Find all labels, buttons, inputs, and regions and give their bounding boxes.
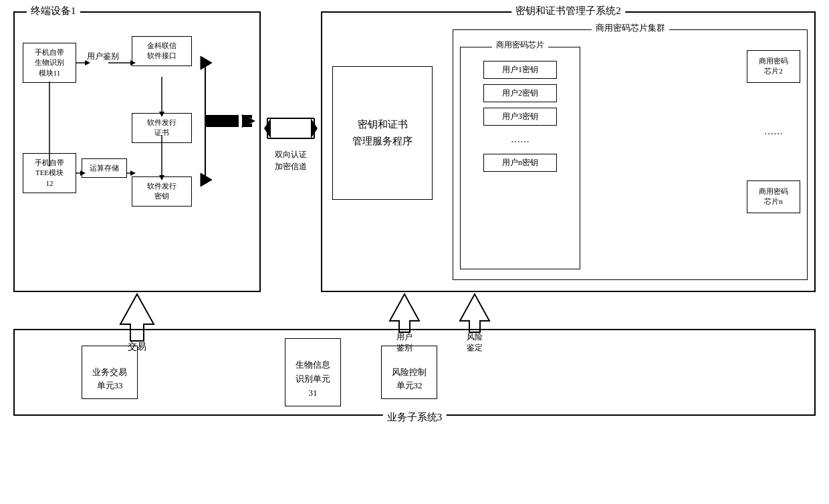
risk-unit-box: 风险控制 单元32: [381, 346, 437, 399]
chip2-box: 商用密码 芯片2: [747, 50, 800, 83]
terminal-diagram: 手机自带 生物识别 模块11 手机自带 TEE模块 12 用户鉴别 金科联信 软…: [15, 13, 259, 291]
key-mgmt-box: 密钥和证书管理子系统2 密钥和证书 管理服务程序 商用密码芯片集群 商用密码芯片…: [321, 11, 816, 292]
channel-label: 双向认证 加密信道: [264, 112, 318, 172]
svg-marker-26: [390, 294, 419, 332]
compute-storage: 运算存储: [82, 158, 127, 178]
main-container: 终端设备1 手机自带 生物识别 模块11 手机自带 TEE模块 12 用户鉴别 …: [13, 11, 816, 493]
phone-bio-module: 手机自带 生物识别 模块11: [23, 43, 76, 83]
key-mgmt-title: 密钥和证书管理子系统2: [511, 5, 625, 17]
business-subsystem-box: 业务子系统3 业务交易 单元33 生物信息 识别单元 31 风险控制 单元32: [13, 329, 816, 416]
user-auth-arrow-svg: [384, 291, 425, 334]
software-key: 软件发行 密钥: [132, 176, 192, 207]
chip-cluster-title: 商用密码芯片集群: [592, 22, 669, 34]
chip-main-title: 商用密码芯片: [492, 39, 548, 51]
user-id-label: 用户鉴别: [87, 51, 119, 62]
svg-marker-14: [201, 173, 212, 186]
ellipsis2: ……: [764, 123, 783, 140]
usern-key: 用户n密钥: [483, 154, 557, 172]
risk-assess-arrow-svg: [455, 291, 495, 334]
svg-marker-13: [201, 56, 212, 70]
chip-main-box: 商用密码芯片 用户1密钥 用户2密钥 用户3密钥 …… 用户n密钥: [460, 47, 580, 269]
bidir-channel-arrow: [264, 112, 318, 145]
key-items-list: 用户1密钥 用户2密钥 用户3密钥 …… 用户n密钥: [461, 47, 580, 172]
service-program-box: 密钥和证书 管理服务程序: [332, 66, 433, 200]
channel-text-line2: 加密信道: [264, 160, 318, 172]
bio-unit-box: 生物信息 识别单元 31: [285, 338, 341, 406]
bottom-section: 业务子系统3 业务交易 单元33 生物信息 识别单元 31 风险控制 单元32: [13, 329, 816, 416]
svg-marker-18: [242, 114, 255, 128]
chip-cluster-box: 商用密码芯片集群 商用密码芯片 用户1密钥 用户2密钥 用户3密钥 …… 用户n…: [453, 29, 808, 280]
business-subsystem-title: 业务子系统3: [383, 411, 447, 424]
software-cert: 软件发行 证书: [132, 113, 192, 143]
channel-text-line1: 双向认证: [264, 148, 318, 160]
svg-marker-8: [130, 170, 136, 176]
terminal-device-box: 终端设备1 手机自带 生物识别 模块11 手机自带 TEE模块 12 用户鉴别 …: [13, 11, 261, 292]
user2-key: 用户2密钥: [483, 84, 557, 102]
user3-key: 用户3密钥: [483, 108, 557, 126]
chipn-box: 商用密码 芯片n: [747, 180, 800, 213]
svg-marker-27: [460, 294, 489, 332]
user1-key: 用户1密钥: [483, 61, 557, 79]
svg-marker-17: [239, 114, 259, 128]
side-chips: 商用密码 芯片2 …… 商用密码 芯片n: [747, 50, 800, 213]
jinkejoin-interface: 金科联信 软件接口: [132, 36, 192, 66]
phone-tee-module: 手机自带 TEE模块 12: [23, 153, 76, 193]
ellipsis1: ……: [511, 131, 529, 148]
top-section: 终端设备1 手机自带 生物识别 模块11 手机自带 TEE模块 12 用户鉴别 …: [13, 11, 816, 309]
trade-unit-box: 业务交易 单元33: [82, 346, 138, 399]
